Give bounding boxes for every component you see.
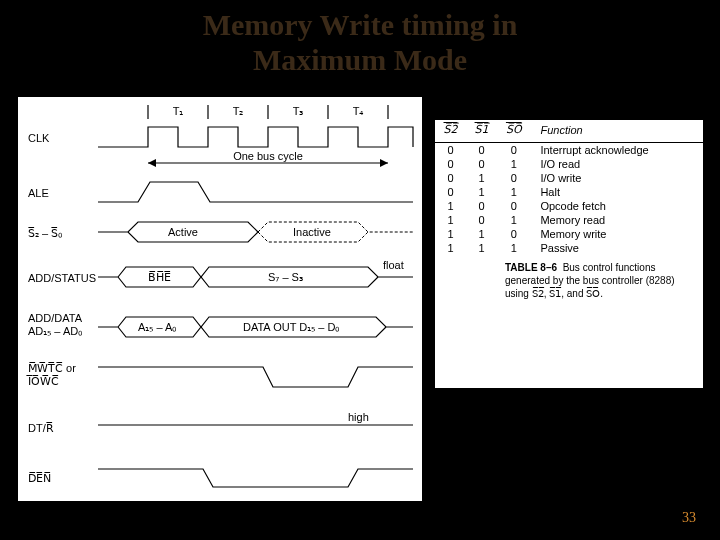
t4-label: T₄ (353, 105, 365, 117)
sig-addstatus-wave: B̅H̅E̅ S₇ – S₃ float (98, 259, 413, 287)
sig-ale-label: ALE (28, 187, 49, 199)
table-row: 000Interrupt acknowledge (435, 143, 703, 158)
th-s2: S̅2̅ (435, 120, 466, 143)
svg-text:A₁₅ – A₀: A₁₅ – A₀ (138, 321, 177, 333)
svg-marker-7 (148, 159, 156, 167)
sig-clk-label: CLK (28, 132, 50, 144)
t2-label: T₂ (233, 105, 244, 117)
svg-text:B̅H̅E̅: B̅H̅E̅ (148, 271, 171, 283)
sig-addstatus-label: ADD/STATUS (28, 272, 96, 284)
slide-title: Memory Write timing in Maximum Mode (0, 0, 720, 77)
slide-content: .lbl{font-size:11px; fill:#000;} .tick{f… (18, 97, 702, 501)
page-number: 33 (682, 510, 696, 526)
table-row: 010I/O write (435, 171, 703, 185)
table-row: 101Memory read (435, 213, 703, 227)
table-row: 001I/O read (435, 157, 703, 171)
table-row: 100Opcode fetch (435, 199, 703, 213)
svg-text:Inactive: Inactive (293, 226, 331, 238)
table-row: 110Memory write (435, 227, 703, 241)
sig-adddata-wave: A₁₅ – A₀ DATA OUT D₁₅ – D₀ (98, 317, 413, 337)
table-row: 111Passive (435, 241, 703, 255)
title-line2: Maximum Mode (253, 43, 467, 76)
sig-den-label: D̅E̅N̅ (28, 472, 51, 484)
status-decode-table-panel: S̅2̅ S̅1̅ S̅O̅ Function 000Interrupt ack… (434, 119, 704, 389)
sig-den-wave (98, 469, 413, 487)
sig-clk-wave (98, 127, 413, 147)
svg-text:DATA OUT D₁₅ – D₀: DATA OUT D₁₅ – D₀ (243, 321, 340, 333)
svg-text:Active: Active (168, 226, 198, 238)
table-caption: TABLE 8–6 Bus control functions generate… (435, 255, 703, 306)
t-state-header: T₁ T₂ T₃ T₄ (148, 105, 388, 119)
sig-adddata-label-1: ADD/DATA (28, 312, 83, 324)
svg-text:float: float (383, 259, 404, 271)
bus-cycle-span: One bus cycle (148, 150, 388, 167)
table-row: 011Halt (435, 185, 703, 199)
svg-text:One bus cycle: One bus cycle (233, 150, 303, 162)
sig-mwtc-label-2: I̅O̅W̅C̅ (26, 375, 59, 387)
svg-text:S₇ – S₃: S₇ – S₃ (268, 271, 303, 283)
sig-s2s0-wave: Active Inactive (98, 222, 413, 242)
sig-s2s0-label: S̅₂ – S̅₀ (28, 227, 63, 239)
sig-adddata-label-2: AD₁₅ – AD₀ (28, 325, 83, 337)
t3-label: T₃ (293, 105, 304, 117)
status-decode-table: S̅2̅ S̅1̅ S̅O̅ Function 000Interrupt ack… (435, 120, 703, 255)
sig-dtr-label: DT/R̅ (28, 422, 54, 434)
th-s1: S̅1̅ (466, 120, 497, 143)
sig-mwtc-label-1: M̅W̅T̅C̅ or (28, 362, 76, 374)
th-fn: Function (530, 120, 703, 143)
sig-ale-wave (98, 182, 413, 202)
svg-text:high: high (348, 411, 369, 423)
th-s0: S̅O̅ (497, 120, 530, 143)
title-line1: Memory Write timing in (203, 8, 518, 41)
t1-label: T₁ (173, 105, 184, 117)
timing-diagram: .lbl{font-size:11px; fill:#000;} .tick{f… (18, 97, 422, 501)
sig-mwtc-wave (98, 367, 413, 387)
svg-marker-8 (380, 159, 388, 167)
